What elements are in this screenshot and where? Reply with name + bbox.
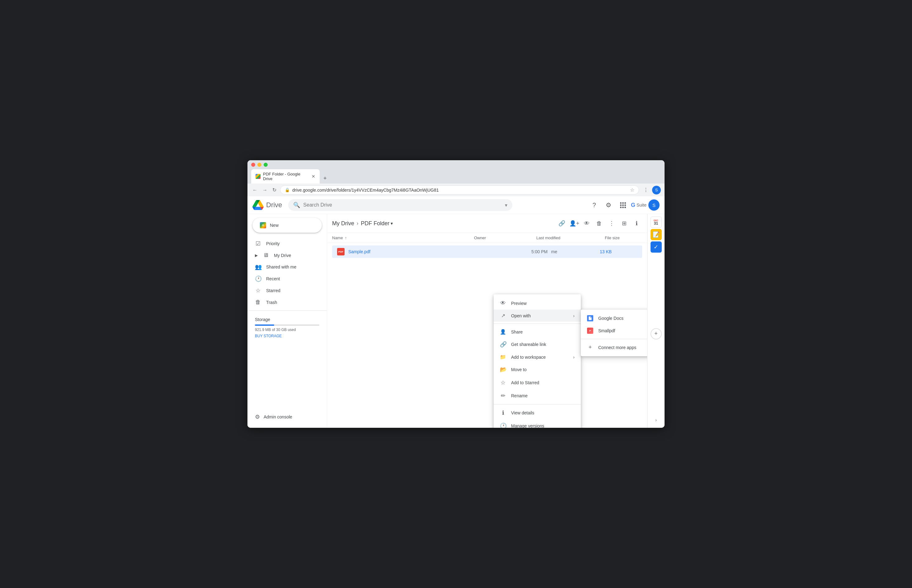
smallpdf-icon: P	[587, 328, 593, 334]
menu-item-add-starred[interactable]: ☆ Add to Starred	[494, 376, 581, 389]
context-menu: 👁 Preview ↗ Open with ›	[494, 294, 581, 428]
search-input[interactable]	[303, 202, 502, 208]
sidebar-item-trash[interactable]: 🗑 Trash	[247, 297, 322, 308]
user-avatar[interactable]: S	[648, 199, 660, 211]
tab-close-button[interactable]: ✕	[312, 174, 315, 179]
admin-icon: ⚙	[255, 414, 260, 420]
column-header-name[interactable]: Name ↑	[332, 236, 474, 240]
search-dropdown-button[interactable]: ▾	[505, 202, 507, 208]
address-input-wrap[interactable]: 🔒 drive.google.com/drive/folders/1y4VVzC…	[280, 186, 639, 194]
add-apps-button[interactable]: +	[650, 328, 662, 339]
keep-widget[interactable]: 📝	[650, 229, 662, 240]
menu-item-open-with-label: Open with	[511, 313, 531, 318]
sidebar-item-label-priority: Priority	[266, 241, 280, 246]
sidebar-divider	[247, 310, 327, 311]
share-link-button[interactable]: 🔗	[556, 218, 568, 229]
expand-icon: ›	[655, 417, 657, 423]
address-bar: ← → ↻ 🔒 drive.google.com/drive/folders/1…	[247, 184, 665, 196]
menu-item-view-details[interactable]: ℹ View details	[494, 406, 581, 419]
drive-logo-text: Drive	[266, 201, 282, 209]
minimize-button[interactable]	[257, 163, 262, 167]
menu-item-manage-versions-label: Manage versions	[511, 423, 544, 428]
column-header-modified: Last modified	[536, 236, 605, 240]
breadcrumb-separator: ›	[357, 221, 358, 226]
close-button[interactable]	[251, 163, 255, 167]
menu-item-preview[interactable]: 👁 Preview	[494, 297, 581, 310]
storage-bar-fill	[255, 325, 274, 326]
menu-item-add-starred-label: Add to Starred	[511, 380, 539, 385]
menu-item-move-to[interactable]: 📂 Move to	[494, 363, 581, 376]
search-bar[interactable]: 🔍 ▾	[288, 199, 513, 211]
back-button[interactable]: ←	[251, 186, 259, 194]
calendar-widget[interactable]: DEC 31	[650, 216, 662, 228]
right-sidebar: DEC 31 📝 ✓ + ›	[647, 214, 665, 428]
column-header-size: File size	[605, 236, 642, 240]
help-button[interactable]: ?	[588, 199, 600, 211]
header-actions: ? ⚙ G Suite S	[588, 199, 660, 211]
sidebar-item-recent[interactable]: 🕐 Recent	[247, 273, 322, 285]
menu-item-move-to-label: Move to	[511, 367, 527, 372]
move-to-trash-button[interactable]: 🗑	[593, 218, 605, 229]
mydrive-icon: 🖥	[263, 252, 269, 258]
open-with-arrow-icon: ›	[573, 313, 575, 318]
google-docs-label: Google Docs	[598, 316, 623, 321]
right-sidebar-expand[interactable]: ›	[655, 415, 657, 425]
priority-icon: ☑	[255, 240, 261, 247]
column-header-owner: Owner	[474, 236, 536, 240]
buy-storage-button[interactable]: BUY STORAGE	[255, 334, 319, 338]
tasks-widget[interactable]: ✓	[650, 241, 662, 253]
menu-item-rename[interactable]: ✏ Rename	[494, 389, 581, 402]
address-text: drive.google.com/drive/folders/1y4VVzCEm…	[292, 187, 627, 192]
forward-button[interactable]: →	[261, 186, 268, 194]
menu-item-get-link-label: Get shareable link	[511, 342, 546, 347]
main-layout: + New ☑ Priority ▶ 🖥 My Drive 👥	[247, 214, 665, 428]
add-starred-menu-icon: ☆	[500, 379, 506, 386]
rename-menu-icon: ✏	[500, 392, 506, 399]
submenu-item-google-docs[interactable]: Google Docs	[581, 312, 647, 325]
sidebar-item-starred[interactable]: ☆ Starred	[247, 285, 322, 297]
apps-button[interactable]	[617, 199, 629, 211]
preview-button[interactable]: 👁	[581, 218, 592, 229]
bookmark-button[interactable]: ☆	[630, 187, 634, 193]
refresh-button[interactable]: ↻	[271, 186, 278, 194]
sidebar-item-priority[interactable]: ☑ Priority	[247, 238, 322, 249]
drive-logo-icon	[252, 199, 264, 211]
menu-item-add-workspace[interactable]: 📁 Add to workspace ›	[494, 351, 581, 363]
more-options-button[interactable]: ⋮	[606, 218, 617, 229]
grid-view-button[interactable]: ⊞	[618, 218, 630, 229]
sidebar-item-mydrive[interactable]: ▶ 🖥 My Drive	[247, 249, 322, 261]
new-button[interactable]: + New	[252, 218, 322, 233]
menu-item-preview-label: Preview	[511, 301, 527, 306]
get-link-menu-icon: 🔗	[500, 341, 506, 348]
submenu-item-smallpdf[interactable]: P Smallpdf	[581, 325, 647, 337]
sidebar-item-shared[interactable]: 👥 Shared with me	[247, 261, 322, 273]
profile-avatar[interactable]: S	[652, 186, 661, 194]
menu-item-open-with[interactable]: ↗ Open with › Google Docs	[494, 310, 581, 322]
recent-icon: 🕐	[255, 275, 261, 282]
info-button[interactable]: ℹ	[631, 218, 642, 229]
extensions-button[interactable]: ⋮	[642, 186, 650, 194]
sidebar-item-label-mydrive: My Drive	[274, 253, 291, 258]
menu-item-share-label: Share	[511, 330, 522, 334]
active-tab[interactable]: PDF Folder - Google Drive ✕	[251, 169, 320, 184]
smallpdf-label: Smallpdf	[598, 328, 615, 333]
new-tab-button[interactable]: +	[320, 173, 330, 184]
menu-item-manage-versions[interactable]: 🕐 Manage versions	[494, 419, 581, 428]
menu-item-get-link[interactable]: 🔗 Get shareable link	[494, 338, 581, 351]
toolbar-icons: ⋮ S	[642, 186, 661, 194]
admin-console-label: Admin console	[264, 414, 292, 419]
breadcrumb-actions: 🔗 👤+ 👁 🗑 ⋮ ⊞ ℹ	[556, 218, 642, 229]
table-row[interactable]: PDF Sample.pdf 5:00 PM me 13 KB	[332, 246, 642, 258]
menu-item-share[interactable]: 👤 Share	[494, 326, 581, 338]
admin-console-item[interactable]: ⚙ Admin console	[247, 410, 327, 424]
folder-dropdown-icon[interactable]: ▾	[391, 221, 393, 226]
file-name: Sample.pdf	[348, 249, 469, 254]
add-people-button[interactable]: 👤+	[569, 218, 580, 229]
breadcrumb-mydrive[interactable]: My Drive	[332, 220, 354, 227]
drive-logo: Drive	[252, 199, 282, 211]
starred-icon: ☆	[255, 287, 261, 294]
settings-button[interactable]: ⚙	[602, 199, 615, 211]
submenu-item-connect-apps[interactable]: + Connect more apps	[581, 341, 647, 354]
keep-icon: 📝	[653, 231, 660, 238]
maximize-button[interactable]	[264, 163, 268, 167]
